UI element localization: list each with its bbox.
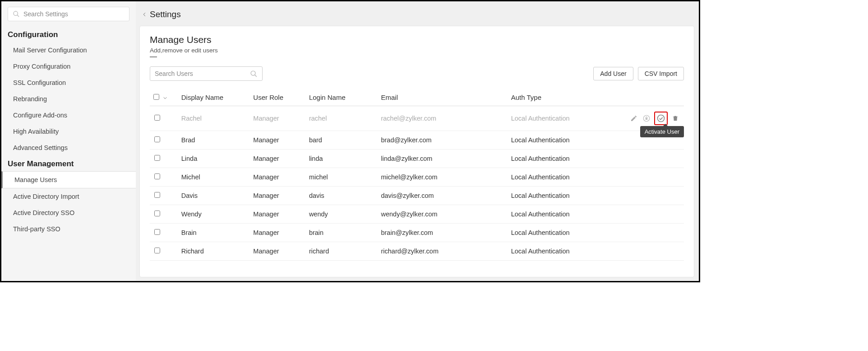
svg-rect-5 <box>646 118 648 120</box>
cell-user-role: Manager <box>249 242 305 261</box>
sidebar-item[interactable]: Active Directory SSO <box>1 205 136 221</box>
table-row: BradManagerbardbrad@zylker.comLocal Auth… <box>150 131 684 150</box>
svg-point-6 <box>658 115 665 122</box>
cell-auth-type: Local Authentication <box>508 131 610 150</box>
table-row: RachelManagerrachelrachel@zylker.comLoca… <box>150 106 684 131</box>
svg-point-2 <box>251 71 255 75</box>
manage-users-panel: Manage Users Add,remove or edit users Ad… <box>139 26 694 277</box>
cell-login-name: michel <box>305 168 378 187</box>
table-row: WendyManagerwendywendy@zylker.comLocal A… <box>150 205 684 224</box>
cell-display-name: Linda <box>178 150 250 168</box>
search-settings-input[interactable] <box>23 10 125 18</box>
sidebar-item[interactable]: Proxy Configuration <box>1 58 136 75</box>
cell-display-name: Brad <box>178 131 250 150</box>
panel-subtitle: Add,remove or edit users <box>150 47 684 54</box>
row-checkbox[interactable] <box>154 136 160 142</box>
activate-user-icon[interactable] <box>656 113 666 123</box>
cell-email: rachel@zylker.com <box>377 106 507 131</box>
col-email[interactable]: Email <box>377 89 507 106</box>
cell-login-name: richard <box>305 242 378 261</box>
chevron-left-icon <box>142 11 147 18</box>
table-row: RichardManagerrichardrichard@zylker.comL… <box>150 242 684 261</box>
cell-email: michel@zylker.com <box>377 168 507 187</box>
cell-login-name: brain <box>305 224 378 242</box>
cell-user-role: Manager <box>249 224 305 242</box>
sidebar-item[interactable]: Manage Users <box>1 171 136 188</box>
cell-email: brain@zylker.com <box>377 224 507 242</box>
cell-user-role: Manager <box>249 150 305 168</box>
cell-email: brad@zylker.com <box>377 131 507 150</box>
row-checkbox[interactable] <box>154 115 160 121</box>
sidebar-item[interactable]: Active Directory Import <box>1 188 136 205</box>
cell-email: linda@zylker.com <box>377 150 507 168</box>
cell-email: richard@zylker.com <box>377 242 507 261</box>
toolbar: Add User CSV Import <box>150 66 684 81</box>
cell-user-role: Manager <box>249 131 305 150</box>
cell-display-name: Rachel <box>178 106 250 131</box>
add-user-button[interactable]: Add User <box>593 67 633 80</box>
row-checkbox[interactable] <box>154 173 160 179</box>
csv-import-button[interactable]: CSV Import <box>638 67 684 80</box>
col-login-name[interactable]: Login Name <box>305 89 378 106</box>
table-row: DavisManagerdavisdavis@zylker.comLocal A… <box>150 187 684 205</box>
cell-login-name: linda <box>305 150 378 168</box>
select-all-checkbox[interactable] <box>153 94 159 100</box>
col-auth-type[interactable]: Auth Type <box>508 89 610 106</box>
cell-auth-type: Local Authentication <box>508 242 610 261</box>
cell-auth-type: Local Authentication <box>508 106 610 131</box>
cell-auth-type: Local Authentication <box>508 168 610 187</box>
sidebar-item[interactable]: Third-party SSO <box>1 221 136 237</box>
cell-user-role: Manager <box>249 187 305 205</box>
sidebar-item[interactable]: SSL Configuration <box>1 75 136 91</box>
sidebar-item[interactable]: Advanced Settings <box>1 140 136 156</box>
cell-login-name: rachel <box>305 106 378 131</box>
row-checkbox[interactable] <box>154 155 160 161</box>
delete-icon[interactable] <box>670 113 680 123</box>
svg-line-3 <box>255 75 257 76</box>
main-area: Settings Manage Users Add,remove or edit… <box>136 1 699 281</box>
cell-display-name: Brain <box>178 224 250 242</box>
cell-display-name: Richard <box>178 242 250 261</box>
users-table: Display Name User Role Login Name Email … <box>150 89 684 261</box>
title-underline <box>150 56 157 57</box>
search-icon <box>250 70 258 78</box>
search-settings-box[interactable] <box>8 7 129 21</box>
edit-icon[interactable] <box>629 113 639 123</box>
activate-user-highlight <box>654 112 668 125</box>
cell-auth-type: Local Authentication <box>508 205 610 224</box>
table-row: MichelManagermichelmichel@zylker.comLoca… <box>150 168 684 187</box>
svg-line-1 <box>17 15 19 17</box>
cell-email: wendy@zylker.com <box>377 205 507 224</box>
lock-icon[interactable] <box>642 113 651 123</box>
cell-email: davis@zylker.com <box>377 187 507 205</box>
cell-display-name: Wendy <box>178 205 250 224</box>
cell-login-name: davis <box>305 187 378 205</box>
breadcrumb-label: Settings <box>150 9 181 19</box>
cell-auth-type: Local Authentication <box>508 187 610 205</box>
cell-user-role: Manager <box>249 205 305 224</box>
table-header-row: Display Name User Role Login Name Email … <box>150 89 684 106</box>
row-checkbox[interactable] <box>154 211 160 216</box>
col-display-name[interactable]: Display Name <box>178 89 250 106</box>
breadcrumb[interactable]: Settings <box>139 5 694 26</box>
cell-auth-type: Local Authentication <box>508 150 610 168</box>
cell-display-name: Michel <box>178 168 250 187</box>
chevron-down-icon[interactable] <box>163 96 167 100</box>
row-checkbox[interactable] <box>154 248 160 253</box>
cell-display-name: Davis <box>178 187 250 205</box>
sidebar-item[interactable]: Rebranding <box>1 91 136 107</box>
sidebar-item[interactable]: High Availability <box>1 123 136 140</box>
row-checkbox[interactable] <box>154 192 160 198</box>
col-user-role[interactable]: User Role <box>249 89 305 106</box>
row-checkbox[interactable] <box>154 229 160 235</box>
cell-user-role: Manager <box>249 106 305 131</box>
panel-title: Manage Users <box>150 34 684 45</box>
sidebar-item[interactable]: Mail Server Configuration <box>1 42 136 58</box>
search-users-box[interactable] <box>150 66 263 81</box>
cell-user-role: Manager <box>249 168 305 187</box>
table-row: BrainManagerbrainbrain@zylker.comLocal A… <box>150 224 684 242</box>
sidebar-item[interactable]: Configure Add-ons <box>1 107 136 123</box>
search-users-input[interactable] <box>155 70 250 77</box>
search-icon <box>13 10 20 18</box>
cell-auth-type: Local Authentication <box>508 224 610 242</box>
